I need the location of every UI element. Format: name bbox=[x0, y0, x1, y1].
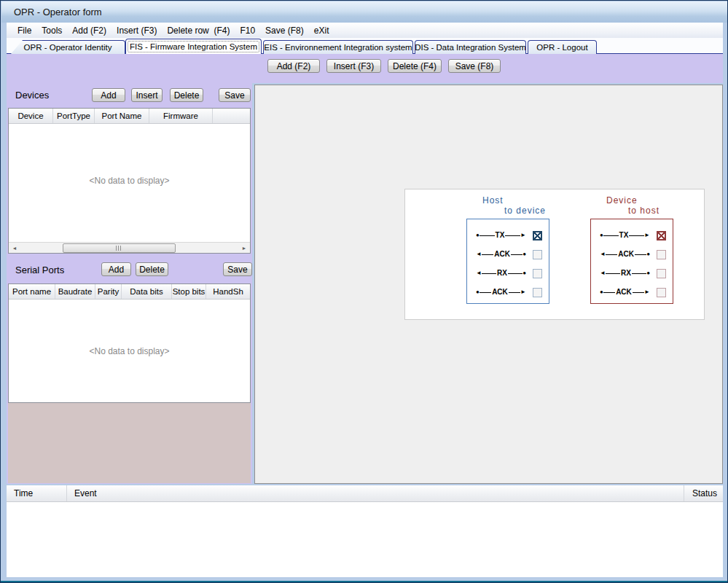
event-col-event[interactable]: Event bbox=[67, 485, 684, 501]
signal-label: ACK bbox=[617, 251, 635, 258]
serial-ports-panel-header: Serial Ports Add Delete Save bbox=[7, 254, 252, 283]
devices-horizontal-scrollbar[interactable]: ◄ ► bbox=[9, 242, 250, 253]
host-signal-box: ● TX ► ◄ ACK ● ◄ RX ● bbox=[466, 219, 549, 304]
tab-label: OPR - Operator Identity bbox=[24, 43, 112, 52]
devices-empty-text: <No data to display> bbox=[9, 176, 250, 186]
toolbar-delete-button[interactable]: Delete (F4) bbox=[388, 59, 442, 73]
tab-bar: OPR - Operator Identity FIS - Firmware I… bbox=[7, 38, 723, 54]
device-ack2-checkbox[interactable] bbox=[657, 288, 666, 297]
line-end-glyph: ► bbox=[520, 289, 526, 295]
serial-save-button[interactable]: Save bbox=[223, 262, 252, 276]
host-ack2-checkbox[interactable] bbox=[533, 288, 542, 297]
tab-label: OPR - Logout bbox=[536, 43, 587, 52]
line-end-glyph: ● bbox=[522, 270, 526, 276]
window-title: OPR - Operator form bbox=[14, 7, 102, 17]
signal-row-tx: ● TX ► bbox=[476, 226, 542, 245]
menu-save-f8[interactable]: Save (F8) bbox=[265, 26, 304, 36]
devices-add-button[interactable]: Add bbox=[92, 88, 125, 102]
device-tx-checkbox[interactable] bbox=[657, 231, 666, 240]
device-ack1-checkbox[interactable] bbox=[657, 250, 666, 259]
devices-col-firmware[interactable]: Firmware bbox=[149, 109, 213, 123]
event-log-table: Time Event Status bbox=[7, 485, 723, 577]
serial-ports-grid: Port name Baudrate Parity Data bits Stop… bbox=[8, 283, 251, 403]
tab-dis-data-integration-system[interactable]: DIS - Data Integration System bbox=[415, 40, 526, 54]
event-col-time[interactable]: Time bbox=[7, 485, 67, 501]
menu-file[interactable]: File bbox=[17, 26, 31, 36]
scrollbar-thumb[interactable] bbox=[63, 243, 176, 253]
host-group-subtitle: to device bbox=[504, 206, 549, 216]
devices-panel-header: Devices Add Insert Delete Save bbox=[7, 83, 252, 108]
signal-label: RX bbox=[496, 270, 508, 277]
signal-label: TX bbox=[619, 232, 630, 239]
signal-row-ack1: ◄ ACK ● bbox=[476, 245, 542, 264]
serial-col-parity[interactable]: Parity bbox=[95, 284, 122, 299]
menu-exit[interactable]: eXit bbox=[314, 26, 329, 36]
devices-insert-button[interactable]: Insert bbox=[131, 88, 163, 102]
host-rx-checkbox[interactable] bbox=[533, 269, 542, 278]
scrollbar-grip-icon bbox=[116, 246, 122, 251]
serial-col-stopbits[interactable]: Stop bits bbox=[172, 284, 206, 299]
menu-insert-f3[interactable]: Insert (F3) bbox=[117, 26, 157, 36]
scroll-left-arrow-icon[interactable]: ◄ bbox=[9, 243, 20, 254]
device-group-title: Device bbox=[606, 195, 673, 206]
line-end-glyph: ● bbox=[522, 251, 526, 257]
devices-grid: Device PortType Port Name Firmware <No d… bbox=[8, 108, 251, 254]
serial-add-button[interactable]: Add bbox=[101, 262, 131, 276]
signal-row-ack2: ● ACK ► bbox=[476, 283, 542, 302]
signal-label: RX bbox=[620, 270, 632, 277]
devices-grid-header: Device PortType Port Name Firmware bbox=[9, 109, 250, 124]
host-ack1-checkbox[interactable] bbox=[533, 250, 542, 259]
devices-col-portname[interactable]: Port Name bbox=[95, 109, 149, 123]
toolbar-save-button[interactable]: Save (F8) bbox=[448, 59, 501, 73]
tab-fis-firmware-integration-system[interactable]: FIS - Firmware Integration System bbox=[125, 39, 262, 54]
scrollbar-track[interactable] bbox=[20, 243, 238, 254]
signal-label: TX bbox=[495, 232, 506, 239]
host-to-device-group: Host to device ● TX ► ◄ ACK ● bbox=[466, 195, 549, 304]
menu-add-f2[interactable]: Add (F2) bbox=[72, 26, 106, 36]
line-start-glyph: ◄ bbox=[476, 270, 482, 276]
line-start-glyph: ◄ bbox=[600, 270, 606, 276]
host-tx-checkbox[interactable] bbox=[533, 231, 542, 240]
line-end-glyph: ► bbox=[644, 289, 650, 295]
bottom-left-blank-panel bbox=[8, 403, 251, 483]
serial-col-handsh[interactable]: HandSh bbox=[206, 284, 250, 299]
signal-direction-card: Host to device ● TX ► ◄ ACK ● bbox=[404, 189, 705, 320]
app-window: OPR - Operator form File Tools Add (F2) … bbox=[0, 0, 728, 583]
serial-empty-text: <No data to display> bbox=[9, 346, 250, 356]
tab-opr-logout[interactable]: OPR - Logout bbox=[528, 40, 597, 54]
signal-row-ack2: ● ACK ► bbox=[600, 283, 666, 302]
devices-delete-button[interactable]: Delete bbox=[170, 88, 203, 102]
title-bar[interactable]: OPR - Operator form bbox=[1, 1, 728, 23]
signal-row-rx: ◄ RX ● bbox=[476, 264, 542, 283]
toolbar-add-button[interactable]: Add (F2) bbox=[267, 59, 320, 73]
serial-col-databits[interactable]: Data bits bbox=[122, 284, 172, 299]
signal-label: ACK bbox=[493, 251, 511, 258]
device-rx-checkbox[interactable] bbox=[657, 269, 666, 278]
menu-delete-row-f4[interactable]: Delete row (F4) bbox=[167, 26, 230, 36]
signal-row-rx: ◄ RX ● bbox=[600, 264, 666, 283]
serial-col-baudrate[interactable]: Baudrate bbox=[55, 284, 95, 299]
line-end-glyph: ► bbox=[644, 232, 650, 238]
serial-col-portname[interactable]: Port name bbox=[9, 284, 55, 299]
menu-f10[interactable]: F10 bbox=[240, 26, 255, 36]
window-bottom-edge bbox=[1, 581, 727, 582]
device-group-subtitle: to host bbox=[628, 206, 673, 216]
line-end-glyph: ● bbox=[646, 270, 650, 276]
tab-opr-operator-identity[interactable]: OPR - Operator Identity bbox=[11, 40, 125, 54]
event-table-header: Time Event Status bbox=[7, 485, 723, 502]
tab-label: EIS - Environnement Integration system bbox=[264, 43, 412, 52]
devices-save-button[interactable]: Save bbox=[219, 88, 251, 102]
signal-label: ACK bbox=[491, 289, 509, 296]
tab-focus-rect bbox=[128, 41, 259, 52]
menu-tools[interactable]: Tools bbox=[42, 26, 62, 36]
tab-label: DIS - Data Integration System bbox=[415, 43, 526, 52]
event-col-status[interactable]: Status bbox=[684, 485, 723, 501]
scroll-right-arrow-icon[interactable]: ► bbox=[238, 243, 250, 254]
serial-delete-button[interactable]: Delete bbox=[136, 262, 168, 276]
tab-eis-environnement-integration-system[interactable]: EIS - Environnement Integration system bbox=[263, 40, 413, 54]
devices-col-device[interactable]: Device bbox=[9, 109, 53, 123]
devices-col-empty bbox=[213, 109, 250, 123]
devices-col-porttype[interactable]: PortType bbox=[53, 109, 95, 123]
serial-grid-header: Port name Baudrate Parity Data bits Stop… bbox=[9, 284, 250, 300]
toolbar-insert-button[interactable]: Insert (F3) bbox=[326, 59, 381, 73]
